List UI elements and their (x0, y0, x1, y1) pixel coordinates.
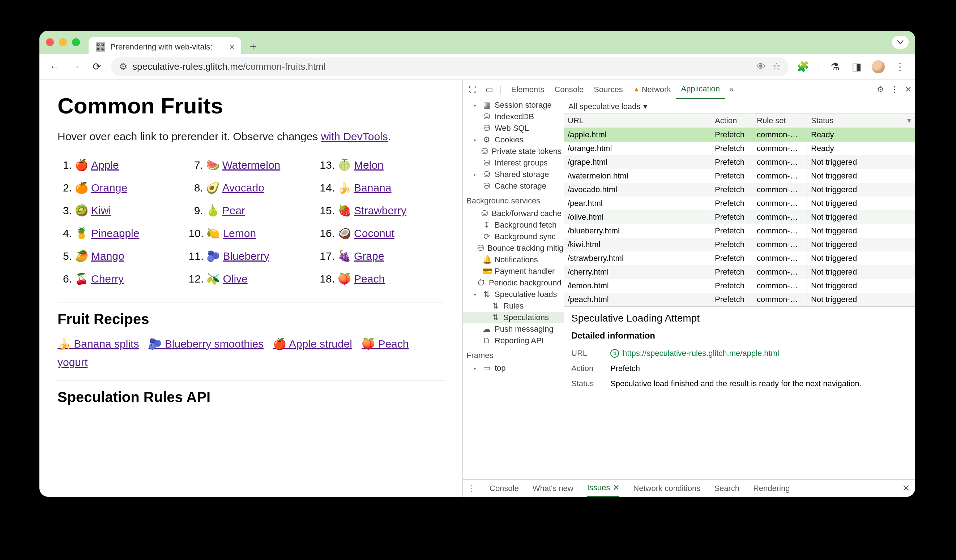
reload-button[interactable]: ⟳ (90, 60, 103, 73)
sidebar-item[interactable]: ⛁Web SQL (463, 122, 564, 134)
fruit-link[interactable]: 8. 🥑 Avocado (189, 177, 313, 198)
fruit-link[interactable]: 5. 🥭 Mango (58, 246, 182, 266)
drawer-tab-issues[interactable]: Issues ✕ (587, 480, 620, 497)
profile-avatar[interactable] (872, 60, 885, 73)
sidebar-item[interactable]: ▸⛁Shared storage (463, 169, 564, 180)
side-panel-icon[interactable]: ◨ (850, 60, 863, 73)
sidebar-item[interactable]: 💳Payment handler (463, 265, 564, 277)
fruit-link[interactable]: 4. 🍍 Pineapple (58, 223, 182, 243)
close-tab-icon[interactable]: × (230, 42, 235, 52)
recipe-link[interactable]: 🍎 Apple strudel (273, 338, 352, 350)
kebab-menu-icon[interactable]: ⋮ (890, 85, 898, 94)
bookmark-star-icon[interactable]: ☆ (772, 61, 781, 72)
filter-label[interactable]: All speculative loads (568, 102, 640, 111)
sidebar-item[interactable]: ⛁Bounce tracking mitigations (463, 242, 564, 254)
sidebar-item[interactable]: ▸⚙Cookies (463, 134, 564, 146)
browser-tab[interactable]: 🎛️ Prerendering with web-vitals: × (89, 37, 241, 57)
table-row[interactable]: /pear.htmlPrefetchcommon-…Not triggered (564, 196, 915, 210)
device-toggle-icon[interactable]: ▭ (483, 85, 495, 94)
fruit-link[interactable]: 6. 🍒 Cherry (58, 268, 182, 289)
close-drawer-icon[interactable]: ✕ (902, 483, 910, 494)
sidebar-item[interactable]: ⏱Periodic background sync (463, 277, 564, 289)
sidebar-item[interactable]: 🔔Notifications (463, 254, 564, 265)
sidebar-item[interactable]: ☁Push messaging (463, 323, 564, 335)
sidebar-item[interactable]: ↧Background fetch (463, 219, 564, 231)
table-row[interactable]: /avocado.htmlPrefetchcommon-…Not trigger… (564, 183, 915, 196)
sidebar-item-speculative-loads[interactable]: ▾ ⇅ Speculative loads (463, 289, 564, 300)
sidebar-item[interactable]: 🗎Reporting API (463, 335, 564, 347)
extensions-icon[interactable]: 🧩 (797, 60, 810, 73)
sidebar-item[interactable]: ⛁Private state tokens (463, 146, 564, 157)
sidebar-item[interactable]: ⛁Back/forward cache (463, 208, 564, 219)
fruit-link[interactable]: 1. 🍎 Apple (58, 155, 182, 175)
minimize-window-button[interactable] (59, 38, 67, 46)
sidebar-item[interactable]: ⇅Rules (463, 300, 564, 312)
maximize-window-button[interactable] (72, 38, 80, 46)
fruit-link[interactable]: 10. 🍋 Lemon (189, 223, 313, 243)
labs-icon[interactable]: ⚗ (829, 60, 841, 73)
fruit-link[interactable]: 14. 🍌 Banana (320, 177, 444, 198)
devtools-tab-elements[interactable]: Elements (506, 80, 550, 99)
fruit-link[interactable]: 18. 🍑 Peach (320, 268, 444, 289)
drawer-tab-search[interactable]: Search (714, 484, 739, 493)
table-row[interactable]: /orange.htmlPrefetchcommon-…Ready (564, 142, 915, 155)
fruit-link[interactable]: 3. 🥝 Kiwi (58, 200, 182, 221)
kebab-menu-icon[interactable]: ⋮ (468, 484, 476, 493)
sidebar-item[interactable]: ▸▦Session storage (463, 99, 564, 111)
dropdown-arrow-icon[interactable]: ▾ (643, 102, 647, 111)
table-row[interactable]: /olive.htmlPrefetchcommon-…Not triggered (564, 210, 915, 224)
with-devtools-link[interactable]: with DevTools (321, 130, 388, 142)
table-row[interactable]: /blueberry.htmlPrefetchcommon-…Not trigg… (564, 224, 915, 238)
table-row[interactable]: /cherry.htmlPrefetchcommon-…Not triggere… (564, 265, 915, 279)
devtools-tab-console[interactable]: Console (549, 80, 589, 99)
fruit-link[interactable]: 11. 🫐 Blueberry (189, 246, 313, 266)
table-row[interactable]: /lemon.htmlPrefetchcommon-…Not triggered (564, 279, 915, 293)
fruit-link[interactable]: 2. 🍊 Orange (58, 177, 182, 198)
devtools-tab-application[interactable]: Application (676, 80, 725, 99)
new-tab-button[interactable]: ＋ (248, 39, 258, 54)
forward-button[interactable]: → (69, 60, 82, 73)
devtools-tab-network[interactable]: Network (628, 80, 676, 99)
table-row[interactable]: /peach.htmlPrefetchcommon-…Not triggered (564, 293, 915, 306)
fruit-link[interactable]: 17. 🍇 Grape (320, 246, 444, 266)
sidebar-item[interactable]: ▸▭top (463, 362, 564, 374)
sidebar-item[interactable]: ⛁IndexedDB (463, 111, 564, 122)
inspect-element-icon[interactable]: ⛶ (467, 85, 479, 94)
address-bar[interactable]: ⚙ speculative-rules.glitch.me/common-fru… (111, 58, 789, 76)
col-action[interactable]: Action (711, 114, 753, 127)
fruit-link[interactable]: 16. 🥥 Coconut (320, 223, 444, 243)
fruit-link[interactable]: 9. 🍐 Pear (189, 200, 313, 221)
table-row[interactable]: /watermelon.htmlPrefetchcommon-…Not trig… (564, 169, 915, 183)
close-window-button[interactable] (46, 38, 54, 46)
table-row[interactable]: /grape.htmlPrefetchcommon-…Not triggered (564, 155, 915, 169)
fruit-link[interactable]: 12. 🫒 Olive (189, 268, 313, 289)
table-row[interactable]: /kiwi.htmlPrefetchcommon-…Not triggered (564, 238, 915, 251)
site-info-icon[interactable]: ⚙ (119, 61, 127, 72)
window-menu-button[interactable] (892, 36, 909, 49)
drawer-tab-network-conditions[interactable]: Network conditions (633, 484, 700, 493)
fruit-link[interactable]: 15. 🍓 Strawberry (320, 200, 444, 221)
devtools-tab-sources[interactable]: Sources (589, 80, 628, 99)
eye-off-icon[interactable]: 👁 (756, 61, 766, 72)
back-button[interactable]: ← (48, 60, 61, 73)
fruit-link[interactable]: 13. 🍈 Melon (320, 155, 444, 175)
table-row[interactable]: /apple.htmlPrefetchcommon-…Ready (564, 128, 915, 142)
more-tabs-icon[interactable]: » (729, 85, 734, 94)
col-rule[interactable]: Rule set (753, 114, 807, 127)
drawer-tab-console[interactable]: Console (489, 484, 519, 493)
close-devtools-icon[interactable]: ✕ (905, 85, 912, 94)
recipe-link[interactable]: 🫐 Blueberry smoothies (148, 338, 264, 350)
sidebar-item[interactable]: ⛁Interest groups (463, 157, 564, 169)
recipe-link[interactable]: 🍌 Banana splits (58, 338, 139, 350)
kebab-menu-icon[interactable]: ⋮ (893, 60, 906, 73)
fruit-link[interactable]: 7. 🍉 Watermelon (189, 155, 313, 175)
detail-url-value[interactable]: ⇅ https://speculative-rules.glitch.me/ap… (610, 349, 779, 358)
sidebar-item[interactable]: ⇅Speculations (463, 312, 564, 323)
sidebar-item[interactable]: ⟳Background sync (463, 231, 564, 242)
table-row[interactable]: /strawberry.htmlPrefetchcommon-…Not trig… (564, 251, 915, 265)
drawer-tab-what-s-new[interactable]: What's new (533, 484, 574, 493)
drawer-tab-rendering[interactable]: Rendering (753, 484, 790, 493)
settings-gear-icon[interactable]: ⚙ (877, 85, 884, 94)
col-url[interactable]: URL (564, 114, 711, 127)
col-status[interactable]: Status▾ (807, 114, 915, 127)
